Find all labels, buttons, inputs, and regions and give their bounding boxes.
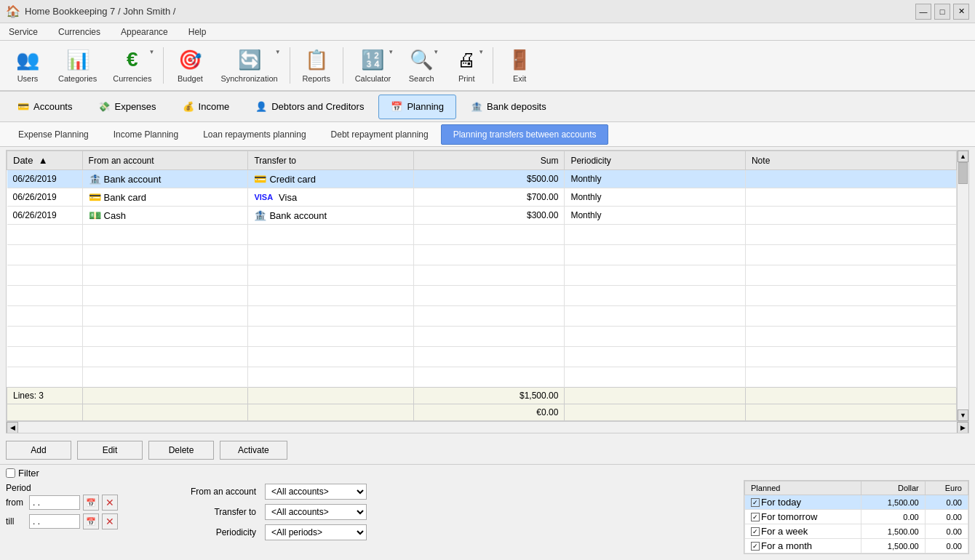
scroll-thumb[interactable] (958, 162, 968, 184)
credit-card-icon: 💳 (254, 173, 266, 185)
navtab-debtors[interactable]: 👤 Debtors and Creditors (244, 95, 375, 119)
row2-from-account: 💳 Bank card (82, 188, 248, 207)
filter-checkbox[interactable] (6, 468, 15, 478)
close-button[interactable]: ✕ (953, 4, 969, 20)
till-label: till (6, 516, 26, 527)
toolbar-btn-budget[interactable]: 🎯 Budget (168, 43, 212, 88)
ptab-planning-transfers[interactable]: Planning transfers between accounts (441, 124, 609, 145)
table-row[interactable]: 06/26/2019 🏦 Bank account 💳 Credit card (7, 170, 957, 188)
col-date[interactable]: Date ▲ (7, 151, 83, 170)
visa-icon: VISA (254, 193, 273, 201)
col-note[interactable]: Note (745, 151, 956, 170)
navtabs: 💳 Accounts 💸 Expenses 💰 Income 👤 Debtors… (0, 92, 975, 122)
navtab-accounts[interactable]: 💳 Accounts (6, 95, 84, 119)
from-clear-button[interactable]: ✕ (102, 495, 118, 511)
till-clear-button[interactable]: ✕ (102, 513, 118, 529)
summary-table: Planned Dollar Euro ✓ For today 1,500.00… (744, 481, 968, 553)
periodicity-select[interactable]: <All periods> (265, 524, 367, 540)
scroll-down-arrow[interactable]: ▼ (958, 409, 968, 421)
menu-appearance[interactable]: Appearance (116, 25, 172, 39)
toolbar-label-categories: Categories (58, 74, 97, 83)
ptab-loan-repayments[interactable]: Loan repayments planning (191, 124, 318, 145)
titlebar: 🏠 Home Bookkeeping 7 / John Smith / — □ … (0, 0, 975, 23)
from-date-input[interactable] (29, 495, 80, 510)
from-calendar-button[interactable]: 📅 (83, 495, 99, 511)
toolbar-btn-synchronization[interactable]: 🔄 Synchronization ▼ (213, 43, 284, 88)
maximize-button[interactable]: □ (934, 4, 950, 20)
horizontal-scrollbar[interactable]: ◀ ▶ (7, 421, 968, 433)
week-dollar: 1,500.00 (861, 524, 925, 539)
edit-button[interactable]: Edit (77, 441, 143, 460)
table-row[interactable]: 06/26/2019 💵 Cash 🏦 Bank account (7, 207, 957, 225)
toolbar-btn-exit[interactable]: 🚪 Exit (498, 43, 541, 88)
ptab-debt-repayment[interactable]: Debt repayment planning (319, 124, 441, 145)
table-container: Date ▲ From an account Transfer to Sum P… (6, 150, 969, 433)
scroll-left-arrow[interactable]: ◀ (7, 422, 18, 433)
navtab-income[interactable]: 💰 Income (171, 95, 242, 119)
data-table: Date ▲ From an account Transfer to Sum P… (7, 151, 957, 421)
navtab-income-label: Income (199, 101, 230, 112)
week-checkbox[interactable]: ✓ (751, 527, 760, 536)
period-label: Period (6, 483, 31, 493)
navtab-planning[interactable]: 📅 Planning (378, 95, 456, 119)
menu-currencies[interactable]: Currencies (54, 25, 105, 39)
month-dollar: 1,500.00 (861, 539, 925, 553)
today-label: For today (761, 497, 801, 508)
budget-icon: 🎯 (178, 49, 202, 71)
table-row-empty (7, 327, 957, 347)
scroll-right-arrow[interactable]: ▶ (957, 422, 968, 433)
tomorrow-dollar: 0.00 (861, 510, 925, 524)
table-header: Date ▲ From an account Transfer to Sum P… (7, 151, 957, 170)
col-from-account[interactable]: From an account (82, 151, 248, 170)
minimize-button[interactable]: — (915, 4, 931, 20)
today-checkbox[interactable]: ✓ (751, 498, 760, 507)
col-periodicity[interactable]: Periodicity (565, 151, 746, 170)
summary-panel: Planned Dollar Euro ✓ For today 1,500.00… (744, 480, 969, 554)
navtab-bank-deposits[interactable]: 🏦 Bank deposits (459, 95, 558, 119)
toolbar-label-budget: Budget (178, 74, 203, 83)
row2-sum: $700.00 (414, 188, 565, 207)
summary-col-euro: Euro (925, 481, 968, 495)
scroll-up-arrow[interactable]: ▲ (958, 151, 968, 162)
col-sum[interactable]: Sum (414, 151, 565, 170)
row3-date: 06/26/2019 (7, 207, 83, 225)
row3-note (745, 207, 956, 225)
table-row-empty (7, 286, 957, 306)
vertical-scrollbar[interactable]: ▲ ▼ (957, 151, 968, 421)
till-date-input[interactable] (29, 514, 80, 529)
row3-transfer-to: 🏦 Bank account (248, 207, 414, 225)
menu-help[interactable]: Help (184, 25, 211, 39)
toolbar-btn-currencies[interactable]: € Currencies ▼ (106, 43, 159, 88)
toolbar-label-print: Print (458, 74, 475, 83)
table-row[interactable]: 06/26/2019 💳 Bank card VISA Visa (7, 188, 957, 207)
toolbar-btn-search[interactable]: 🔍 Search ▼ (399, 43, 443, 88)
till-calendar-button[interactable]: 📅 (83, 513, 99, 529)
month-checkbox[interactable]: ✓ (751, 542, 760, 551)
ptab-income-planning[interactable]: Income Planning (101, 124, 191, 145)
table-row-empty (7, 225, 957, 245)
toolbar-btn-users[interactable]: 👥 Users (6, 43, 49, 88)
transfer-to-select[interactable]: <All accounts> (265, 504, 367, 520)
activate-button[interactable]: Activate (220, 441, 287, 460)
tomorrow-checkbox[interactable]: ✓ (751, 513, 760, 521)
print-arrow-icon: ▼ (478, 49, 484, 55)
col-transfer-to[interactable]: Transfer to (248, 151, 414, 170)
currencies-icon: € (127, 48, 138, 71)
menu-service[interactable]: Service (4, 25, 42, 39)
add-button[interactable]: Add (6, 441, 71, 460)
toolbar-btn-categories[interactable]: 📊 Categories (51, 43, 104, 88)
from-label: from (6, 497, 26, 508)
delete-button[interactable]: Delete (148, 441, 214, 460)
toolbar-btn-print[interactable]: 🖨 Print ▼ (445, 43, 488, 88)
from-account-select[interactable]: <All accounts> (265, 484, 367, 500)
table-wrapper: Date ▲ From an account Transfer to Sum P… (7, 151, 968, 421)
toolbar-btn-reports[interactable]: 📋 Reports (295, 43, 338, 88)
ptab-expense-planning[interactable]: Expense Planning (6, 124, 101, 145)
filter-right: From an account <All accounts> Transfer … (167, 484, 367, 543)
row1-periodicity: Monthly (565, 170, 746, 188)
month-label: For a month (761, 540, 812, 551)
toolbar-btn-calculator[interactable]: 🔢 Calculator ▼ (348, 43, 399, 88)
navtab-expenses[interactable]: 💸 Expenses (87, 95, 167, 119)
tomorrow-euro: 0.00 (925, 510, 968, 524)
filter-label[interactable]: Filter (18, 468, 39, 479)
